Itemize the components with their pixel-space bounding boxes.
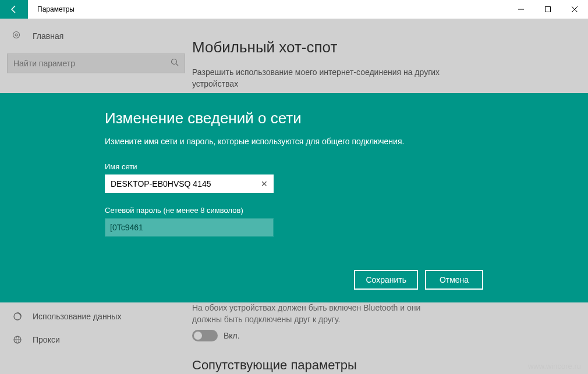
bluetooth-toggle[interactable] — [192, 330, 218, 341]
back-button[interactable] — [0, 0, 28, 19]
minimize-icon — [518, 6, 525, 13]
svg-point-2 — [13, 32, 20, 38]
sidebar-home[interactable]: Главная — [0, 24, 192, 48]
arrow-left-icon — [9, 5, 19, 14]
titlebar: Параметры — [0, 0, 588, 19]
network-name-label: Имя сети — [105, 162, 419, 171]
network-name-input[interactable]: DESKTOP-EB0HVSQ 4145 ✕ — [105, 174, 274, 193]
password-input[interactable]: [0Tc9461 — [105, 218, 274, 237]
search-placeholder: Найти параметр — [13, 59, 171, 68]
bluetooth-text: На обоих устройствах должен быть включен… — [192, 302, 442, 325]
svg-point-3 — [15, 34, 17, 36]
maximize-button[interactable] — [534, 0, 561, 19]
related-settings-title: Сопутствующие параметры — [192, 358, 576, 373]
window-controls — [508, 0, 588, 19]
dialog-title: Изменение сведений о сети — [105, 109, 419, 127]
cancel-button[interactable]: Отмена — [425, 270, 483, 290]
toggle-label: Вкл. — [224, 331, 240, 340]
svg-rect-1 — [546, 7, 551, 12]
page-title: Мобильный хот-спот — [192, 38, 588, 56]
share-description: Разрешить использование моего интернет-с… — [192, 67, 442, 90]
minimize-button[interactable] — [508, 0, 534, 19]
sidebar-home-label: Главная — [33, 31, 63, 41]
sidebar-item-proxy[interactable]: Прокси — [0, 328, 192, 351]
save-button[interactable]: Сохранить — [354, 270, 418, 290]
window-title: Параметры — [37, 5, 75, 13]
sidebar-item-data-usage[interactable]: Использование данных — [0, 305, 192, 328]
cancel-button-label: Отмена — [440, 275, 469, 284]
gear-icon — [12, 30, 23, 42]
search-icon — [171, 58, 179, 69]
close-icon — [571, 6, 578, 13]
edit-network-dialog: Изменение сведений о сети Измените имя с… — [0, 93, 588, 302]
dialog-subtitle: Измените имя сети и пароль, которые испо… — [105, 137, 419, 146]
clear-input-icon[interactable]: ✕ — [261, 179, 268, 188]
watermark: www.wincore.ru — [528, 362, 581, 371]
search-input[interactable]: Найти параметр — [7, 54, 185, 73]
close-button[interactable] — [561, 0, 588, 19]
globe-icon — [12, 335, 23, 344]
password-label: Сетевой пароль (не менее 8 символов) — [105, 206, 419, 215]
password-value: [0Tc9461 — [110, 223, 268, 232]
maximize-icon — [544, 6, 551, 13]
svg-point-4 — [172, 59, 177, 65]
network-name-value: DESKTOP-EB0HVSQ 4145 — [111, 179, 261, 188]
sidebar-item-label: Использование данных — [33, 312, 121, 321]
data-usage-icon — [12, 312, 23, 321]
save-button-label: Сохранить — [366, 275, 406, 284]
sidebar-item-label: Прокси — [33, 335, 60, 344]
svg-line-5 — [176, 64, 179, 66]
